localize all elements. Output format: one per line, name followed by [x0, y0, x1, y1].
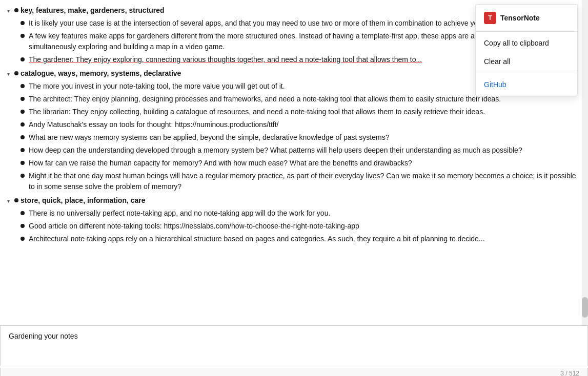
sub-bullet	[21, 110, 25, 114]
scrollbar[interactable]	[582, 0, 588, 325]
toggle-arrow-1[interactable]: ▾	[4, 6, 12, 16]
scrollbar-thumb[interactable]	[582, 297, 588, 318]
sub-bullet	[21, 237, 25, 241]
list-item: Andy Matuschak's essay on tools for thou…	[21, 118, 580, 131]
list-item: How far can we raise the human capacity …	[21, 157, 580, 170]
section-3-items: There is no universally perfect note-tak…	[4, 207, 580, 245]
item-text: The librarian: They enjoy collecting, bu…	[29, 107, 580, 117]
menu-divider	[476, 73, 577, 73]
page-count: 3 / 512	[560, 370, 579, 376]
sub-bullet	[21, 135, 25, 139]
copy-all-button[interactable]: Copy all to clipboard	[476, 34, 577, 52]
bullet-dot-1	[14, 8, 18, 12]
dropdown-menu: T TensorNote Copy all to clipboard Clear…	[475, 4, 578, 96]
item-text: Might it be that one day most human bein…	[29, 171, 580, 192]
item-text: How far can we raise the human capacity …	[29, 158, 580, 169]
section-2-items: The more you invest in your note-taking …	[4, 80, 580, 193]
sub-bullet	[21, 211, 25, 215]
list-item: There is no universally perfect note-tak…	[21, 207, 580, 220]
list-item: What are new ways memory systems can be …	[21, 131, 580, 144]
bottom-bar: 3 / 512	[0, 325, 588, 376]
toggle-arrow-2[interactable]: ▾	[4, 69, 12, 79]
sub-bullet	[21, 122, 25, 127]
clear-all-button[interactable]: Clear all	[476, 52, 577, 71]
section-3-keywords: store, quick, place, information, care	[21, 195, 580, 206]
section-3-header: ▾ store, quick, place, information, care	[4, 194, 580, 207]
item-text: There is no universally perfect note-tak…	[29, 208, 580, 219]
list-item: Good article on different note-taking to…	[21, 220, 580, 233]
list-item: Architectural note-taking apps rely on a…	[21, 233, 580, 245]
item-text: Architectural note-taking apps rely on a…	[29, 234, 580, 244]
bullet-dot-3	[14, 198, 18, 202]
outline-section-3: ▾ store, quick, place, information, care…	[4, 194, 580, 245]
sub-bullet	[21, 21, 25, 25]
sub-bullet	[21, 84, 25, 88]
app-logo: T	[484, 12, 496, 24]
toggle-arrow-3[interactable]: ▾	[4, 196, 12, 206]
status-bar: 3 / 512	[0, 368, 588, 376]
sub-bullet	[21, 161, 25, 165]
list-item: The librarian: They enjoy collecting, bu…	[21, 106, 580, 118]
sub-bullet	[21, 57, 25, 61]
github-link[interactable]: GitHub	[476, 75, 577, 94]
sub-bullet	[21, 34, 25, 38]
sub-bullet	[21, 97, 25, 101]
app-title: TensorNote	[500, 14, 540, 22]
menu-header: T TensorNote	[476, 7, 577, 29]
note-input[interactable]	[0, 325, 588, 366]
sub-bullet	[21, 224, 25, 228]
item-text: Good article on different note-taking to…	[29, 221, 580, 232]
sub-bullet	[21, 148, 25, 152]
item-text: What are new ways memory systems can be …	[29, 132, 580, 143]
menu-divider	[476, 31, 577, 32]
item-text: How deep can the understanding developed…	[29, 145, 580, 156]
list-item: Might it be that one day most human bein…	[21, 170, 580, 193]
sub-bullet	[21, 174, 25, 178]
list-item: How deep can the understanding developed…	[21, 144, 580, 157]
bullet-dot-2	[14, 71, 18, 75]
item-text: Andy Matuschak's essay on tools for thou…	[29, 119, 580, 130]
